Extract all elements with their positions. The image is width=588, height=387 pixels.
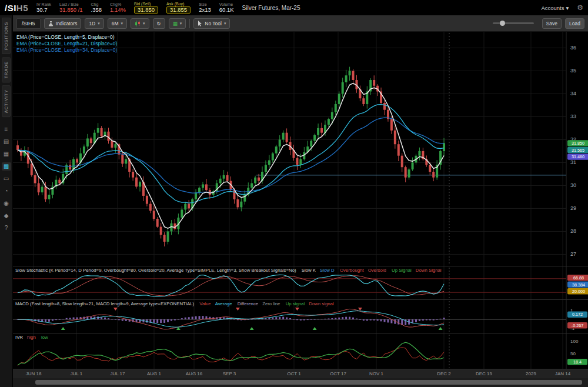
last-size-field: Last / Size 31.850 /1: [59, 2, 83, 13]
time-axis-label: JUL 17: [110, 371, 125, 376]
left-sidebar: POSITIONS TRADE ACTIVITY ≡ ▤ ▦ ▩ ▭ ◔ ◉ ◆…: [0, 15, 13, 387]
sidebar-icon-strip: ≡ ▤ ▦ ▩ ▭ ◔ ◉ ◆ ?: [2, 125, 11, 232]
time-axis-label: DEC 15: [476, 371, 492, 376]
chevron-down-icon: ▾: [566, 5, 569, 11]
iv-rank-field: IV Rank 30.7: [36, 2, 51, 13]
svg-text:50: 50: [570, 351, 576, 356]
watchlist-icon[interactable]: ▤: [2, 138, 11, 146]
quote-header: /SIH5 IV Rank 30.7 Last / Size 31.850 /1…: [0, 0, 588, 15]
toolbar-separator: [189, 19, 190, 28]
time-axis-label: OCT 17: [330, 371, 346, 376]
sidebar-tab-positions[interactable]: POSITIONS: [2, 18, 11, 54]
change-pct-value: 1.14%: [110, 7, 126, 13]
cursor-icon: [198, 21, 202, 26]
flask-icon: [48, 21, 54, 26]
stochastic-pane[interactable]: Slow Stochastic (K Period=14, D Period=9…: [13, 266, 588, 299]
svg-text:27: 27: [570, 251, 576, 257]
chart-icon[interactable]: ▩: [2, 162, 11, 171]
load-button[interactable]: Load: [565, 18, 584, 29]
zoom-slider[interactable]: [493, 22, 534, 24]
ema-study-legend: EMA (Price=CLOSE, Length=5, Displace=0) …: [16, 34, 117, 54]
svg-text:29: 29: [570, 205, 576, 211]
svg-text:20.000: 20.000: [572, 289, 585, 294]
time-axis-label: AUG 1: [147, 371, 161, 376]
time-axis-label: 2025: [526, 371, 536, 376]
svg-text:31.850: 31.850: [572, 141, 584, 146]
svg-text:-0.267: -0.267: [572, 323, 583, 328]
volume-field: Volume 60.1K: [219, 2, 234, 13]
svg-text:100: 100: [570, 339, 579, 344]
change-field: Chg .358: [91, 2, 102, 13]
indicators-button[interactable]: Indicators: [44, 18, 82, 29]
zoom-slider-knob[interactable]: [500, 21, 505, 26]
users-icon[interactable]: ◉: [2, 199, 11, 208]
svg-text:36: 36: [570, 45, 576, 51]
time-axis-label: JAN 14: [555, 371, 570, 376]
svg-text:66.88: 66.88: [573, 275, 584, 281]
ask-button[interactable]: 31.855: [166, 6, 191, 14]
chart-style-dropdown[interactable]: ▦ ▾: [169, 18, 186, 29]
macd-legend: MACD (Fast length=8, Slow length=21, MAC…: [15, 301, 338, 306]
svg-text:28: 28: [570, 228, 576, 234]
bid-field[interactable]: Bid (Sell) 31.850: [134, 2, 158, 14]
time-axis-label: JUL 1: [71, 371, 83, 376]
svg-text:31.565: 31.565: [572, 148, 584, 153]
svg-text:18.4: 18.4: [573, 359, 582, 365]
horizontal-scrollbar[interactable]: [13, 378, 588, 387]
stochastic-title[interactable]: Slow Stochastic (K Period=14, D Period=9…: [15, 268, 296, 273]
drawing-tool-dropdown[interactable]: No Tool▾: [193, 18, 230, 29]
size-value: 2x13: [199, 7, 211, 13]
change-pct-field: Chg% 1.14%: [110, 2, 126, 13]
chevron-down-icon: ▾: [121, 21, 123, 26]
svg-text:31.460: 31.460: [572, 154, 584, 159]
svg-text:34: 34: [570, 91, 576, 96]
ask-field[interactable]: Ask (Buy) 31.855: [166, 2, 191, 14]
candlestick-icon: [135, 21, 141, 26]
monitor-icon[interactable]: ▭: [2, 175, 11, 183]
chart-symbol-tab[interactable]: /SIH5: [16, 18, 41, 29]
iv-rank-value: 30.7: [36, 7, 51, 13]
chevron-down-icon: ▾: [143, 21, 145, 26]
svg-text:38.384: 38.384: [572, 282, 585, 288]
sidebar-tab-trade[interactable]: TRADE: [2, 57, 11, 82]
ivr-pane[interactable]: IVRhigh low 1005018.4: [13, 333, 588, 369]
grid-icon[interactable]: ▦: [2, 150, 11, 158]
time-axis[interactable]: JUN 18JUL 1JUL 17AUG 1AUG 16SEP 3OCT 1OC…: [13, 369, 588, 378]
timeframe-dropdown[interactable]: 1D▾: [85, 18, 103, 29]
accounts-dropdown[interactable]: Accounts▾: [541, 5, 569, 11]
volume-value: 60.1K: [219, 7, 234, 13]
sidebar-tab-activity[interactable]: ACTIVITY: [2, 85, 11, 117]
menu-icon[interactable]: ≡: [2, 125, 11, 134]
save-button[interactable]: Save: [542, 18, 562, 29]
bid-button[interactable]: 31.850: [134, 6, 158, 14]
help-icon[interactable]: ?: [2, 224, 11, 232]
history-icon[interactable]: ◔: [2, 187, 11, 195]
refresh-button[interactable]: ↻: [153, 18, 165, 29]
time-axis-label: SEP 3: [223, 371, 236, 376]
range-dropdown[interactable]: 6M▾: [108, 18, 127, 29]
time-axis-label: NOV 1: [369, 371, 383, 376]
macd-title[interactable]: MACD (Fast length=8, Slow length=21, MAC…: [15, 301, 194, 306]
time-axis-label: AUG 16: [186, 371, 202, 376]
time-axis-label: OCT 1: [287, 371, 300, 376]
gear-icon[interactable]: ⚙: [577, 4, 583, 12]
symbol-label: /SIH5: [5, 3, 28, 13]
ema21-label[interactable]: EMA (Price=CLOSE, Length=21, Displace=0): [16, 41, 117, 47]
size-field: Size 2x13: [199, 2, 211, 13]
tools-icon[interactable]: ◆: [2, 212, 11, 220]
time-axis-label: DEC 2: [437, 371, 451, 376]
svg-text:35: 35: [570, 68, 576, 74]
ema5-label[interactable]: EMA (Price=CLOSE, Length=5, Displace=0): [16, 34, 117, 41]
scrollbar-thumb[interactable]: [35, 380, 582, 385]
price-chart-pane[interactable]: EMA (Price=CLOSE, Length=5, Displace=0) …: [13, 32, 588, 266]
change-value: .358: [91, 7, 102, 13]
chart-type-dropdown[interactable]: ▾: [131, 18, 149, 29]
last-price-value: 31.850 /1: [59, 7, 83, 13]
ema34-label[interactable]: EMA (Price=CLOSE, Length=34, Displace=0): [16, 47, 117, 54]
style-grid-icon: ▦: [173, 21, 178, 26]
time-axis-label: JUN 18: [26, 371, 42, 376]
svg-text:33: 33: [570, 114, 576, 119]
chevron-down-icon: ▾: [98, 21, 100, 26]
macd-pane[interactable]: MACD (Fast length=8, Slow length=21, MAC…: [13, 299, 588, 333]
svg-text:31: 31: [570, 159, 576, 165]
